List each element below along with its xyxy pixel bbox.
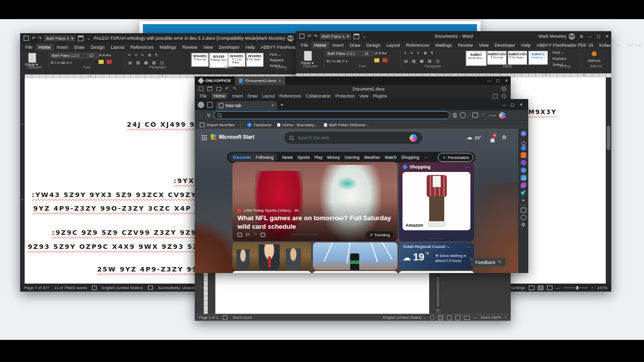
qat-customize-button[interactable]: ⌄ (362, 34, 366, 39)
language-indicator[interactable]: English (United States) (102, 286, 143, 290)
menu-draw[interactable]: Draw (248, 94, 258, 99)
list-indent-icons[interactable]: ≡ ≡ ≡ ≣ ¶ (128, 53, 159, 57)
word-count[interactable]: 11 of 75642 words (54, 286, 87, 290)
maximize-button[interactable]: ▢ (594, 31, 603, 41)
tab-mailings[interactable]: Mailings (156, 44, 179, 51)
weather-cloud-icon[interactable]: ☁ (466, 134, 472, 141)
find-button[interactable]: Find ⌄ (552, 50, 564, 55)
paste-icon[interactable] (28, 53, 36, 63)
zoom-in-button[interactable]: + (591, 286, 594, 290)
nav-discover[interactable]: Discover (233, 155, 251, 160)
history-recap-icon[interactable] (460, 112, 466, 118)
start-search-input[interactable] (297, 135, 406, 141)
tab-review[interactable]: Review (455, 42, 476, 49)
tab-file[interactable]: File (22, 44, 36, 51)
weather-card[interactable]: Golan Regional Council ⌄ … ☁ 19 °F ❄ Sno… (399, 242, 474, 270)
minimize-button[interactable]: — (586, 31, 594, 41)
sidebar-tools-briefcase-icon[interactable] (521, 152, 526, 158)
tab-insert[interactable]: Insert (330, 42, 347, 49)
track-changes-icon[interactable] (447, 315, 452, 320)
tell-me-box[interactable]: Tell me (624, 42, 644, 49)
word-count-icon[interactable] (223, 315, 227, 320)
print-layout-icon[interactable] (538, 286, 543, 290)
print-icon[interactable] (207, 86, 212, 91)
style-heading1[interactable]: AaBbCcHeading 1 (528, 51, 548, 65)
globe-icon[interactable] (430, 315, 435, 320)
grow-shrink-font-icons[interactable]: A A Aa (99, 53, 111, 57)
nav-shopping[interactable]: Shopping (401, 155, 419, 160)
news-card-nfl[interactable]: USA Today Sports (Video) · 3h What NFL g… (232, 162, 397, 241)
personalize-button[interactable]: ✧ Personalize (438, 153, 473, 162)
tab-draw[interactable]: Draw (347, 42, 363, 49)
card-more-icon[interactable]: … (466, 243, 471, 248)
sidebar-games-hub-icon[interactable] (521, 167, 526, 173)
tab-insert[interactable]: Insert (54, 44, 71, 51)
open-location-icon[interactable] (493, 94, 498, 99)
favorite-facebook[interactable]: f Facebook (247, 123, 271, 127)
tab-close-icon[interactable]: ✕ (278, 79, 281, 83)
list-indent-icons[interactable]: ≡ ≡ ≡ ≣ ¶ (404, 51, 435, 55)
tab-layout[interactable]: Layout (108, 44, 127, 51)
minimize-button[interactable]: — (500, 99, 508, 110)
tab-developer[interactable]: Developer (492, 42, 518, 49)
tab-view[interactable]: View (476, 42, 492, 49)
style-no-spacing[interactable]: AaBbCcDc¶ No Spac... (508, 51, 527, 65)
feedback-button[interactable]: Feedback ✎ (471, 258, 506, 266)
extensions-icon[interactable] (453, 113, 457, 118)
addins-button[interactable]: Add-ins (588, 58, 600, 63)
undo-button[interactable]: ↶ (307, 34, 311, 39)
weather-location[interactable]: Golan Regional Council ⌄ (403, 244, 450, 249)
tab-close-icon[interactable]: ✕ (271, 104, 274, 108)
settings-gear-icon[interactable]: ⚙ (502, 134, 507, 141)
shopping-dots[interactable]: ····· (399, 237, 474, 240)
waffle-apps-icon[interactable] (201, 135, 207, 140)
onlyoffice-tabbar[interactable]: ONLYOFFICE *Document1.docx ✕ — ▢ ✕ (195, 76, 511, 85)
new-tab-button[interactable]: + (280, 102, 283, 108)
highlight-icon[interactable] (374, 58, 379, 62)
word-left-avatar[interactable]: MM (287, 35, 294, 42)
page-indicator[interactable]: Page 7 of 377 (24, 286, 49, 290)
tab-home[interactable]: Home (311, 42, 330, 49)
redo-button[interactable]: ↷ (38, 36, 42, 41)
nav-more-icon[interactable]: ⋯ (424, 155, 428, 160)
profile-avatar[interactable] (198, 102, 204, 108)
style-list-para[interactable]: WX4991¶ 1 List Para... (228, 53, 246, 67)
highlight-icon[interactable] (99, 60, 104, 64)
user-avatar[interactable] (501, 86, 507, 92)
word-right-avatar[interactable]: MM (569, 33, 575, 40)
sidebar-shopping-icon[interactable] (520, 145, 527, 151)
menu-protection[interactable]: Protection (336, 94, 355, 99)
word-right-titlebar[interactable]: ↶ ↷ BaR Paleo 1. ▾ ⌄ Document1 - Word Ma… (296, 31, 611, 41)
like-count[interactable]: 27 (246, 232, 250, 237)
word-left-titlebar[interactable]: ↶ ↷ BaR Paleo 1. ▾ ⌄ PALEO-TORAH erktolo… (20, 33, 296, 43)
bold-italic-underline-icons[interactable]: B I U ab x x (51, 60, 71, 65)
quick-style-picker[interactable]: BaR Paleo 1. ▾ (44, 36, 75, 41)
zoom-out-button[interactable]: — (473, 315, 477, 320)
nav-news[interactable]: News (282, 155, 293, 160)
menu-plugins[interactable]: Plugins (373, 94, 387, 99)
replace-button[interactable]: Replace (552, 56, 567, 61)
font-size-combo[interactable]: 11 (363, 51, 374, 56)
edge-active-tab[interactable]: New tab ✕ (216, 101, 277, 110)
save-icon[interactable] (299, 34, 304, 39)
back-button[interactable]: ← (199, 113, 204, 118)
heart-icon[interactable]: ♡ (254, 232, 257, 237)
tab-file[interactable]: File (298, 42, 311, 49)
style-aerial[interactable]: AaBbCAerial Rou... (466, 51, 487, 66)
printer-icon[interactable] (78, 36, 84, 41)
sidebar-bell-icon[interactable] (521, 131, 526, 136)
printer-icon[interactable] (354, 34, 359, 39)
weather-alert[interactable]: ❄ Snow starting in about 2.5 hours (435, 253, 466, 263)
zoom-level[interactable]: 157% (597, 286, 607, 290)
start-search-bar[interactable] (284, 132, 422, 144)
close-button[interactable]: ✕ (502, 78, 511, 83)
language-selector[interactable]: English (United States) ⌄ (383, 315, 426, 320)
menu-view[interactable]: View (359, 94, 368, 99)
nav-play[interactable]: Play (314, 155, 323, 160)
menu-insert[interactable]: Insert (232, 94, 243, 99)
sidebar-discover-icon[interactable] (521, 215, 526, 220)
sidebar-images-icon[interactable] (521, 175, 526, 180)
fit-width-icon[interactable] (464, 316, 470, 320)
search-icon[interactable] (502, 94, 506, 98)
tab-home[interactable]: Home (36, 44, 54, 51)
